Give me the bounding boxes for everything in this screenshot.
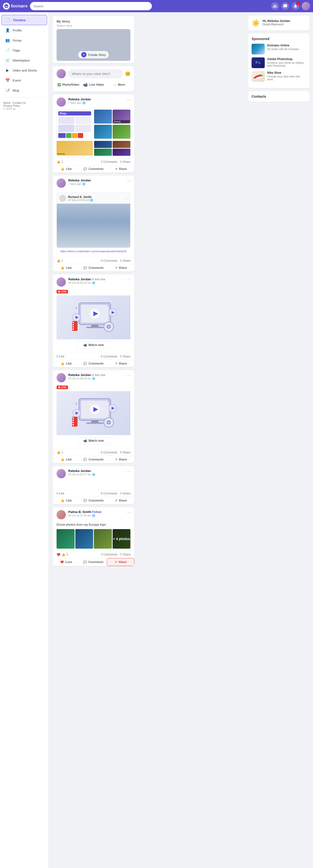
like-btn-4[interactable]: 👍 Like [53, 456, 80, 463]
post-composer: 😊 🖼 Photo/Video 📹 Live Video ⋯ More [53, 66, 134, 92]
post-6-more-btn[interactable]: ··· [127, 510, 131, 515]
like-btn-5[interactable]: 👍 Like [53, 497, 80, 504]
composer-input[interactable] [68, 69, 123, 78]
post-3-more-btn[interactable]: ··· [127, 277, 131, 282]
composer-avatar [57, 69, 66, 79]
sidebar-item-marketplace[interactable]: 🛒 Marketplace [1, 55, 47, 65]
search-input[interactable] [30, 2, 152, 10]
photo-3[interactable] [94, 529, 112, 549]
notification-icon-btn[interactable]: 1 [291, 2, 299, 10]
photo-video-btn[interactable]: 🖼 Photo/Video [57, 81, 80, 89]
post-3-actions: 👍 Like 💬 Comments ↗ Share [53, 360, 134, 367]
svg-rect-15 [73, 322, 74, 323]
logo-icon: sp [3, 3, 10, 9]
group-icon: 👥 [5, 38, 10, 43]
sidebar-item-profile[interactable]: 👤 Profile [1, 25, 47, 35]
post-6-header: Palma B. Smith Follow 04 Oct at 11:55 am… [53, 507, 134, 521]
sidebar-item-timeline[interactable]: 🕐 Timeline [1, 15, 47, 25]
watch-now-btn[interactable]: 📹 Watch now [76, 341, 111, 349]
photo-2[interactable] [75, 529, 93, 549]
post-6-actions: ❤️ Love 💬 Comments ↗ Share [53, 558, 134, 566]
love-btn-6[interactable]: ❤️ Love [53, 558, 80, 566]
sidebar-label-group: Group [13, 38, 22, 42]
story-sublabel: Today's story [57, 24, 131, 27]
ad-1-info: Emirates Airline Fly better with Air Emi… [267, 44, 299, 51]
create-story-btn[interactable]: + Create Story [78, 51, 109, 58]
footer-contact[interactable]: Contact Us [13, 101, 26, 104]
share-btn-1[interactable]: ↗ Share [107, 165, 135, 173]
post-2-author: Rebeka Jordan [68, 179, 127, 182]
post-5-more-btn[interactable]: ··· [127, 469, 131, 473]
sidebar-label-marketplace: Marketplace [13, 59, 30, 62]
comments-btn-4[interactable]: 💬 Comments [80, 456, 107, 463]
share-btn-5[interactable]: ↗ Share [107, 497, 135, 504]
post-2-more-btn[interactable]: ··· [127, 179, 131, 183]
post-6-author: Palma B. Smith Follow [68, 510, 127, 514]
svg-point-21 [108, 326, 109, 328]
footer-about[interactable]: About [3, 101, 10, 104]
live-badge-4: LIVE [57, 385, 68, 389]
photo-4[interactable]: + 4 photos [113, 529, 131, 549]
watch-now-btn-4[interactable]: 📹 Watch now [76, 437, 111, 444]
sidebar-label-event: Event [13, 79, 21, 82]
share-btn-2[interactable]: ↗ Share [107, 264, 135, 272]
sidebar-label-video: Video and Shorts [13, 69, 37, 72]
live-video-btn[interactable]: 📹 Live Video [82, 81, 105, 89]
ad-2-desc: Enhance your photo by editing with Photo… [267, 61, 306, 67]
post-3-header: Rebeka Jordan is live now 04 Oct at 08:2… [53, 274, 134, 288]
share-btn-4[interactable]: ↗ Share [107, 456, 135, 463]
sponsored-title: Sponsored [251, 37, 306, 41]
ad-3-thumb [251, 71, 265, 82]
post-3: Rebeka Jordan is live now 04 Oct at 08:2… [53, 274, 134, 367]
post-1-reactions: 👍 2 2 Comments 0 Share [53, 158, 134, 165]
like-btn-1[interactable]: 👍 Like [53, 165, 80, 173]
app-logo[interactable]: sp Sociopro [3, 3, 28, 9]
post-2-reactions: 👍 2 0 Comments 0 Share [53, 257, 134, 264]
greeting-subtitle: Good Afternoon! [263, 23, 290, 26]
share-btn-6[interactable]: ↗ Share [107, 558, 134, 566]
right-sidebar: ☀️ Hi, Rebeka Jordan Good Afternoon! Spo… [245, 12, 313, 868]
sidebar-item-event[interactable]: 📅 Event [1, 75, 47, 85]
sidebar-item-video-shorts[interactable]: ▶ Video and Shorts [1, 65, 47, 75]
people-icon-btn[interactable] [271, 2, 279, 10]
share-btn-3[interactable]: ↗ Share [107, 360, 135, 367]
comments-btn-6[interactable]: 💬 Comments [80, 558, 107, 566]
svg-text:sp: sp [5, 5, 8, 7]
chat-icon-btn[interactable] [281, 2, 289, 10]
post-2: Rebeka Jordan 7 days ago 🌐 ··· Richard K… [53, 176, 134, 272]
post-4-actions: 👍 Like 💬 Comments ↗ Share [53, 456, 134, 463]
post-6-reactions: ❤️ 👍 2 3 Comments 0 Share [53, 551, 134, 558]
footer-copyright: © 2022 sp [3, 107, 15, 110]
sidebar-item-blog[interactable]: 📝 Blog [1, 86, 47, 95]
post-1-more-btn[interactable]: ··· [127, 97, 131, 102]
post-1-actions: 👍 Like 💬 Comments ↗ Share [53, 165, 134, 173]
post-3-body: LIVE ♪ ♫ [53, 288, 134, 353]
user-avatar[interactable] [302, 2, 310, 10]
like-btn-2[interactable]: 👍 Like [53, 264, 80, 272]
notification-badge: 1 [297, 2, 300, 5]
left-sidebar: 🕐 Timeline 👤 Profile 👥 Group 📄 Page 🛒 Ma… [0, 12, 49, 868]
post-link[interactable]: https://demo.creativeitem.com/sociopro/p… [57, 250, 131, 255]
more-btn[interactable]: ⋯ More [107, 81, 131, 89]
follow-btn[interactable]: Follow [92, 510, 101, 514]
comments-btn-5[interactable]: 💬 Comments [80, 497, 107, 504]
comments-btn-3[interactable]: 💬 Comments [80, 360, 107, 367]
shared-more-btn[interactable]: ··· [125, 196, 128, 200]
emoji-btn[interactable]: 😊 [125, 71, 131, 76]
comments-btn-1[interactable]: 💬 Comments [80, 165, 107, 173]
sponsored-item-3: Nike Shoe Change your style with nike sh… [251, 71, 306, 82]
footer-privacy[interactable]: Privacy Policy [3, 104, 20, 107]
blog-right-panel: Beauty [94, 110, 131, 139]
comments-btn-2[interactable]: 💬 Comments [80, 264, 107, 272]
post-1-body: Blogs [53, 108, 134, 158]
sidebar-item-page[interactable]: 📄 Page [1, 45, 47, 55]
shared-author-name: Richard K. Smith [68, 195, 93, 199]
sidebar-item-group[interactable]: 👥 Group [1, 35, 47, 45]
post-4-more-btn[interactable]: ··· [127, 373, 131, 377]
photo-1[interactable] [57, 529, 75, 549]
greeting-title: Hi, Rebeka Jordan [263, 19, 290, 23]
like-btn-3[interactable]: 👍 Like [53, 360, 80, 367]
profile-icon: 👤 [5, 28, 10, 33]
more-icon: ⋯ [113, 83, 116, 87]
sponsored-card: Sponsored Emirates Airline Fly better wi… [248, 33, 310, 88]
